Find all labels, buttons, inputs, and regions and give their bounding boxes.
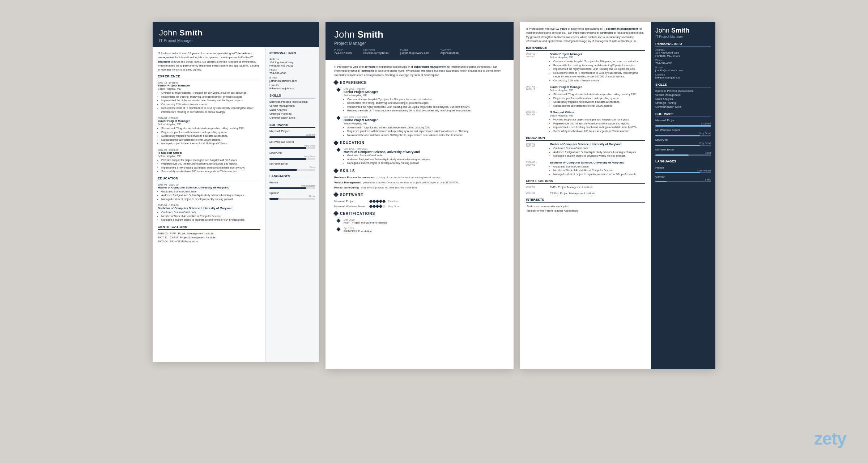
r3-exp-3: 2002-08 -2004-09 IT Support Officer Seto…	[526, 111, 645, 133]
skills-section: Skills Business Process Improvement Vend…	[269, 94, 315, 119]
r3-exp-1: 2005-12 -present Senior Project Manager …	[526, 52, 645, 82]
resume-card-1: John Smith IT Project Manager IT Profess…	[153, 22, 319, 362]
r2-timeline: Dec 2006 - present Senior Project Manage…	[337, 88, 505, 137]
r3-interests: Avid cross country skier and cyclist. Me…	[527, 204, 645, 213]
r3s-skills: Skills Business Process Improvement Vend…	[655, 83, 711, 109]
r3-edu-title: Education	[526, 136, 645, 141]
r2-skills-list: Business Process Improvement - history o…	[334, 176, 505, 189]
resume3-intro: IT Professional with over 10 years of ex…	[526, 27, 645, 43]
resume2-contact: Phone 774-987-4009 LinkedIn linkedin.com…	[334, 49, 505, 55]
languages-section: Languages French Intermediate Spanish Ba…	[269, 174, 315, 200]
r2-exp-2: Sep 2004 - Dec 2006 Junior Project Manag…	[337, 116, 505, 137]
resume3-sidebar-name: John Smith	[655, 27, 711, 35]
cert-section-title: Certifications	[158, 225, 260, 230]
education-section-title: Education	[158, 177, 260, 181]
exp-entry-2: 2004-09 - 2006-12 Junior Project Manager…	[158, 117, 260, 146]
r2-cert-1: May 2015 PMP - Project Management Instit…	[337, 218, 505, 224]
r3-edu-1: 1999-09 -2001-05 Master of Computer Scie…	[526, 143, 645, 158]
r3-cert-2: 2007-31 CAPM - Project Management Instit…	[526, 192, 645, 195]
stage: John Smith IT Project Manager IT Profess…	[0, 0, 868, 463]
r3-edu-2: 1996-09 -1999-06 Bachelor of Computer Sc…	[526, 161, 645, 177]
cert-entry-1: 2010-05 PMP - Project Management Institu…	[158, 232, 260, 243]
r2-edu-1: Sep 1996 - May 2001 Master of Computer S…	[337, 148, 505, 165]
r2-cert-timeline: May 2015 PMP - Project Management Instit…	[337, 218, 505, 233]
resume2-header: John Smith Project Manager Phone 774-987…	[326, 22, 514, 60]
r3-cert-1: 2010-05 PMP - Project Management Institu…	[526, 186, 645, 189]
edu-entry-2: 1996-09 - 1999-06 Bachelor of Computer S…	[158, 204, 260, 222]
resume1-sidebar: Personal Info Address 134 Rightward WayP…	[265, 47, 319, 362]
resume-card-3: IT Professional with over 10 years of ex…	[520, 22, 715, 369]
r2-exp-1: Dec 2006 - present Senior Project Manage…	[337, 88, 505, 113]
r2-sw-list: Microsoft Project Excellent Microsoft Wi…	[334, 200, 505, 208]
resume2-body: IT Professional with over 10 years of ex…	[326, 60, 514, 369]
resume1-title: IT Project Manager	[159, 38, 312, 43]
r2-edu-title: EDUCATION	[334, 141, 505, 145]
r3-interests-title: Interests	[526, 198, 645, 203]
r3s-personal-info: Personal Info Address 134 Rightward WayP…	[655, 42, 711, 79]
r3s-software: Software Microsoft Project Excellent MS …	[655, 112, 711, 156]
r3-exp-2: 2004-09 -2006-12 Junior Project Manager …	[526, 85, 645, 108]
resume1-header: John Smith IT Project Manager	[153, 22, 319, 47]
resume3-main: IT Professional with over 10 years of ex…	[520, 22, 651, 369]
r3-cert-title: Certifications	[526, 179, 645, 184]
r2-skills-title: SKILLS	[334, 169, 505, 173]
resume2-name: John Smith	[334, 29, 505, 40]
edu-entry-1: 1999-09 - 2001-05 Master of Computer Sci…	[158, 183, 260, 201]
personal-info-section: Personal Info Address 134 Rightward WayP…	[269, 51, 315, 90]
r2-cert-2: Apr 2014 PRINCE2® Foundation	[337, 227, 505, 233]
r2-sw-title: SOFTWARE	[334, 193, 505, 197]
exp-entry-1: 2006-12 - present Senior Project Manager…	[158, 81, 260, 114]
r2-cert-title: CERTIFICATIONS	[334, 212, 505, 216]
r2-exp-title: EXPERIENCE	[334, 81, 505, 85]
experience-section-title: Experience	[158, 75, 260, 79]
resume1-intro: IT Professional with over 10 years of ex…	[158, 51, 260, 72]
resume1-name: John Smith	[159, 28, 312, 38]
resume2-intro: IT Professional with over 10 years of ex…	[334, 65, 505, 77]
r3-exp-title: Experience	[526, 46, 645, 51]
resume2-title: Project Manager	[334, 41, 505, 46]
resume3-sidebar: John Smith IT Project Manager Personal I…	[651, 22, 715, 369]
zety-logo: zety	[814, 429, 846, 449]
resume-card-2: John Smith Project Manager Phone 774-987…	[326, 22, 514, 369]
software-section: Software Microsoft Project Excellent MS …	[269, 123, 315, 171]
r2-edu-timeline: Sep 1996 - May 2001 Master of Computer S…	[337, 148, 505, 165]
exp-entry-3: 2002-08 - 2004-09 IT Support Officer Set…	[158, 149, 260, 174]
r3s-languages: Languages French Intermediate German Bas…	[655, 160, 711, 182]
resume1-main: IT Professional with over 10 years of ex…	[153, 47, 265, 362]
resume3-sidebar-title: IT Project Manager	[655, 35, 711, 38]
resume1-body: IT Professional with over 10 years of ex…	[153, 47, 319, 362]
